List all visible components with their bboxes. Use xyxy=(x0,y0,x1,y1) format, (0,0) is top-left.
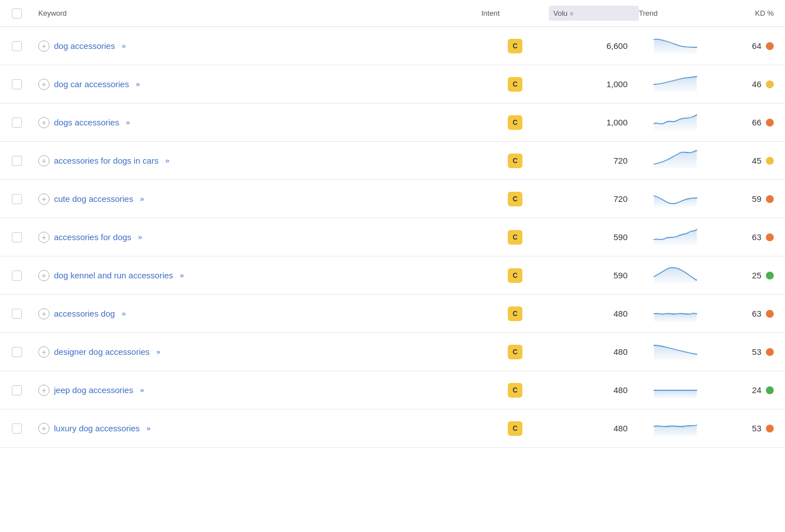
intent-badge: C xyxy=(508,421,522,436)
keyword-link-2[interactable]: dog car accessories xyxy=(54,79,129,89)
expand-icon[interactable]: » xyxy=(156,348,160,356)
row-keyword-col: + accessories for dogs in cars » xyxy=(34,155,481,166)
add-keyword-icon[interactable]: + xyxy=(38,40,49,52)
keyword-link-5[interactable]: cute dog accessories xyxy=(54,194,133,204)
volume-value: 1,000 xyxy=(606,79,628,89)
expand-icon[interactable]: » xyxy=(140,195,144,203)
add-keyword-icon[interactable]: + xyxy=(38,232,49,243)
keyword-cell: + dog accessories » xyxy=(38,40,481,52)
keyword-link-9[interactable]: designer dog accessories xyxy=(54,347,150,357)
volume-value: 480 xyxy=(613,347,628,357)
sparkline-chart xyxy=(653,73,698,93)
row-trend-col xyxy=(639,111,712,133)
header-kd-col: KD % xyxy=(712,9,785,17)
expand-icon[interactable]: » xyxy=(140,386,144,394)
row-intent-col: C xyxy=(481,383,549,398)
table-row: + designer dog accessories » C 480 xyxy=(0,333,785,371)
intent-badge: C xyxy=(508,39,522,53)
kd-cell: 25 xyxy=(712,270,774,280)
expand-icon[interactable]: » xyxy=(138,233,142,241)
expand-icon[interactable]: » xyxy=(180,271,184,279)
expand-icon[interactable]: » xyxy=(126,118,130,127)
row-kd-col: 24 xyxy=(712,385,785,395)
expand-icon[interactable]: » xyxy=(136,80,139,88)
row-checkbox-5[interactable] xyxy=(12,194,22,204)
row-checkbox-6[interactable] xyxy=(12,232,22,242)
row-checkbox-7[interactable] xyxy=(12,270,22,281)
keyword-link-6[interactable]: accessories for dogs xyxy=(54,232,132,242)
kd-dot xyxy=(766,42,774,50)
row-checkbox-2[interactable] xyxy=(12,79,22,89)
row-checkbox-1[interactable] xyxy=(12,41,22,51)
keyword-table: Keyword Intent Volu ≡ Trend KD % + dog a… xyxy=(0,0,785,532)
expand-icon[interactable]: » xyxy=(165,156,169,165)
add-keyword-icon[interactable]: + xyxy=(38,79,49,90)
row-volume-col: 720 xyxy=(549,194,639,204)
keyword-link-4[interactable]: accessories for dogs in cars xyxy=(54,156,159,165)
kd-dot xyxy=(766,119,774,127)
row-checkbox-8[interactable] xyxy=(12,309,22,319)
add-keyword-icon[interactable]: + xyxy=(38,385,49,396)
row-volume-col: 1,000 xyxy=(549,118,639,127)
row-checkbox-10[interactable] xyxy=(12,385,22,395)
keyword-cell: + cute dog accessories » xyxy=(38,193,481,205)
keyword-link-8[interactable]: accessories dog xyxy=(54,309,115,318)
row-checkbox-9[interactable] xyxy=(12,347,22,357)
kd-value: 53 xyxy=(746,423,761,433)
kd-cell: 63 xyxy=(712,309,774,318)
kd-dot xyxy=(766,310,774,318)
kd-dot xyxy=(766,80,774,88)
table-body: + dog accessories » C 6,600 xyxy=(0,27,785,448)
table-row: + dog kennel and run accessories » C 590 xyxy=(0,256,785,295)
header-volume-col[interactable]: Volu ≡ xyxy=(549,6,639,21)
row-kd-col: 59 xyxy=(712,194,785,204)
add-keyword-icon[interactable]: + xyxy=(38,193,49,205)
volume-value: 720 xyxy=(613,194,628,204)
header-intent-col: Intent xyxy=(481,9,549,17)
row-keyword-col: + jeep dog accessories » xyxy=(34,385,481,396)
expand-icon[interactable]: » xyxy=(147,424,151,432)
keyword-link-3[interactable]: dogs accessories xyxy=(54,118,119,127)
volume-value: 590 xyxy=(613,232,628,242)
add-keyword-icon[interactable]: + xyxy=(38,270,49,281)
intent-badge: C xyxy=(508,192,522,206)
volume-value: 480 xyxy=(613,309,628,318)
row-intent-col: C xyxy=(481,306,549,321)
keyword-link-7[interactable]: dog kennel and run accessories xyxy=(54,270,173,280)
add-keyword-icon[interactable]: + xyxy=(38,117,49,128)
expand-icon[interactable]: » xyxy=(121,309,125,318)
sparkline-chart xyxy=(653,303,698,323)
kd-cell: 64 xyxy=(712,41,774,51)
row-keyword-col: + accessories for dogs » xyxy=(34,232,481,243)
row-kd-col: 63 xyxy=(712,232,785,242)
add-keyword-icon[interactable]: + xyxy=(38,308,49,319)
row-checkbox-4[interactable] xyxy=(12,156,22,166)
kd-cell: 53 xyxy=(712,347,774,357)
add-keyword-icon[interactable]: + xyxy=(38,155,49,166)
kd-value: 53 xyxy=(746,347,761,357)
kd-dot xyxy=(766,272,774,279)
sparkline-chart xyxy=(653,188,698,208)
row-volume-col: 6,600 xyxy=(549,41,639,51)
row-volume-col: 590 xyxy=(549,232,639,242)
row-kd-col: 53 xyxy=(712,347,785,357)
table-row: + dogs accessories » C 1,000 xyxy=(0,103,785,142)
kd-cell: 63 xyxy=(712,232,774,242)
intent-header-label: Intent xyxy=(481,9,549,17)
row-trend-col xyxy=(639,264,712,286)
expand-icon[interactable]: » xyxy=(121,42,125,50)
keyword-link-1[interactable]: dog accessories xyxy=(54,41,115,51)
keyword-cell: + accessories dog » xyxy=(38,308,481,319)
keyword-link-10[interactable]: jeep dog accessories xyxy=(54,385,133,395)
select-all-checkbox[interactable] xyxy=(12,8,22,19)
kd-dot xyxy=(766,348,774,356)
add-keyword-icon[interactable]: + xyxy=(38,423,49,434)
add-keyword-icon[interactable]: + xyxy=(38,346,49,358)
intent-badge: C xyxy=(508,115,522,130)
row-checkbox-11[interactable] xyxy=(12,423,22,434)
keyword-link-11[interactable]: luxury dog accessories xyxy=(54,423,140,433)
row-intent-col: C xyxy=(481,345,549,359)
table-row: + dog accessories » C 6,600 xyxy=(0,27,785,65)
row-checkbox-3[interactable] xyxy=(12,118,22,128)
row-kd-col: 46 xyxy=(712,79,785,89)
